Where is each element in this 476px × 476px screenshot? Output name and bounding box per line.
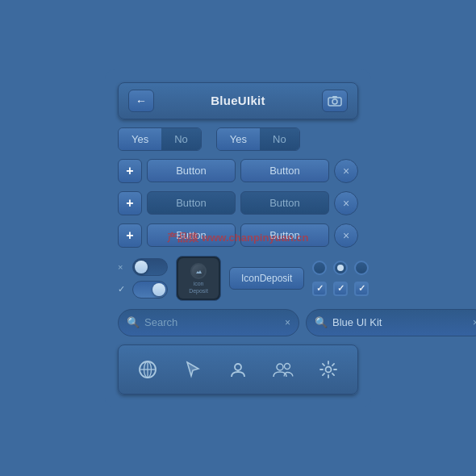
checkbox-2[interactable]: [333, 282, 348, 296]
bottom-icon-bar: [118, 344, 358, 395]
no-button-1[interactable]: No: [161, 128, 201, 150]
action-button-2a[interactable]: Button: [147, 191, 236, 215]
camera-icon: [328, 95, 342, 106]
image-label-top: icon: [194, 281, 204, 286]
radio-checkbox-col: [312, 261, 369, 296]
toggle-off-icon: ×: [118, 262, 127, 272]
checkbox-group: [312, 282, 369, 296]
toggle-row-off: ×: [118, 258, 168, 276]
close-button-3[interactable]: ×: [334, 223, 358, 248]
image-label-bottom: Deposit: [189, 288, 208, 294]
search-icon-1: 🔍: [127, 316, 140, 328]
users-icon-btn[interactable]: [267, 353, 299, 386]
users-icon: [273, 361, 294, 378]
radio-1[interactable]: [312, 261, 327, 275]
search-field-1[interactable]: 🔍 ×: [118, 309, 299, 336]
settings-icon: [319, 360, 338, 379]
checkbox-1[interactable]: [312, 282, 327, 296]
toggle-on[interactable]: [132, 281, 168, 299]
search-clear-1[interactable]: ×: [285, 317, 290, 328]
svg-point-11: [326, 366, 332, 372]
camera-button[interactable]: [322, 90, 348, 112]
search-row: 🔍 × 🔍 ×: [118, 309, 358, 336]
image-box-inner: icon Deposit: [178, 258, 219, 299]
search-clear-2[interactable]: ×: [473, 317, 476, 328]
search-icon-2: 🔍: [315, 316, 328, 328]
toggle-row-on: ✓: [118, 281, 168, 299]
svg-point-1: [332, 99, 337, 104]
search-field-2[interactable]: 🔍 ×: [306, 309, 476, 336]
action-row-1: + Button Button ×: [118, 159, 358, 183]
user-icon: [229, 361, 247, 378]
svg-marker-7: [187, 362, 198, 376]
close-button-1[interactable]: ×: [334, 159, 358, 183]
plus-button-1[interactable]: +: [118, 159, 142, 183]
search-input-2[interactable]: [332, 316, 468, 328]
cursor-icon: [184, 361, 202, 378]
yes-button-1[interactable]: Yes: [119, 128, 161, 150]
radio-2[interactable]: [333, 261, 348, 275]
action-button-3a[interactable]: Button: [147, 223, 236, 247]
globe-icon-btn[interactable]: [132, 353, 164, 386]
globe-icon: [138, 360, 157, 379]
toggle-thumb-on: [152, 283, 165, 296]
yes-button-2[interactable]: Yes: [217, 128, 260, 150]
toggles-col: × ✓: [118, 258, 168, 299]
svg-point-8: [235, 364, 241, 370]
action-row-3: + Button Button ×: [118, 223, 358, 248]
cursor-icon-btn[interactable]: [177, 353, 209, 386]
main-card: ← BlueUIkit Yes No Yes No: [105, 69, 371, 407]
action-button-3b[interactable]: Button: [240, 223, 329, 247]
action-button-2b[interactable]: Button: [240, 191, 329, 215]
image-thumbnail: icon Deposit: [176, 256, 221, 301]
title-bar: ← BlueUIkit: [118, 82, 358, 119]
yes-no-group-1: Yes No: [118, 127, 202, 151]
back-button[interactable]: ←: [128, 90, 154, 112]
toggle-off[interactable]: [132, 258, 168, 276]
yes-no-group-2: Yes No: [216, 127, 300, 151]
action-button-1a[interactable]: Button: [147, 159, 236, 182]
settings-icon-btn[interactable]: [312, 353, 344, 386]
plus-button-3[interactable]: +: [118, 223, 142, 248]
back-arrow-icon: ←: [136, 94, 147, 107]
plus-button-2[interactable]: +: [118, 191, 142, 215]
user-icon-btn[interactable]: [222, 353, 254, 386]
icon-svg: [194, 267, 203, 275]
image-icon: [190, 263, 207, 279]
svg-rect-2: [332, 96, 337, 98]
toggle-on-icon: ✓: [118, 284, 127, 294]
svg-point-10: [285, 363, 290, 369]
action-button-1b[interactable]: Button: [240, 159, 329, 182]
action-row-2: + Button Button ×: [118, 191, 358, 215]
close-button-2[interactable]: ×: [334, 191, 358, 215]
radio-3[interactable]: [354, 261, 369, 275]
icon-deposit-button[interactable]: IconDeposit: [229, 267, 304, 290]
svg-point-9: [277, 364, 283, 370]
title-text: BlueUIkit: [211, 94, 265, 107]
checkbox-3[interactable]: [354, 282, 369, 296]
yes-no-row: Yes No Yes No: [118, 127, 358, 151]
no-button-2[interactable]: No: [260, 128, 299, 150]
misc-row: × ✓: [118, 256, 358, 301]
radio-group: [312, 261, 369, 275]
search-input-1[interactable]: [144, 316, 280, 328]
toggle-thumb-off: [135, 261, 148, 273]
